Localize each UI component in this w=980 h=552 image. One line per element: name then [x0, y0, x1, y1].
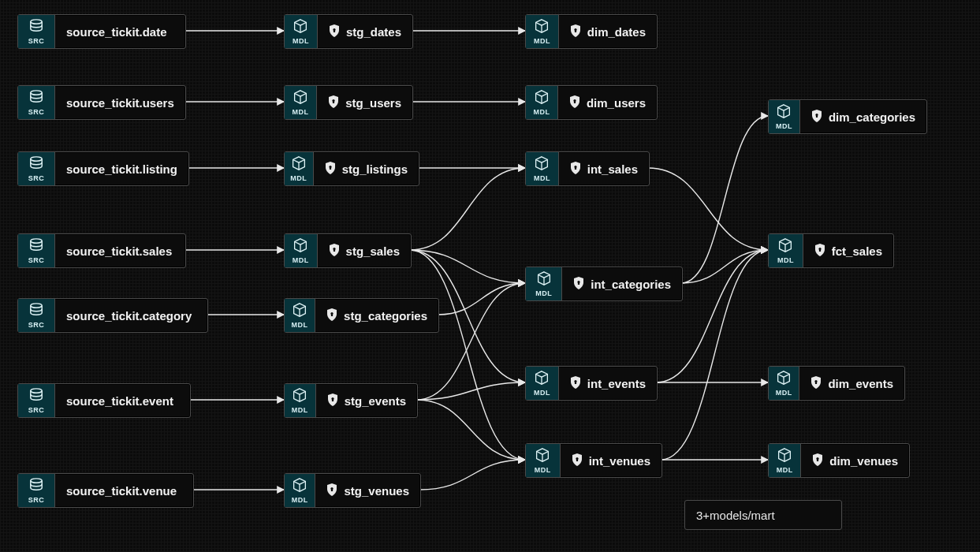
node-body: dim_events	[799, 376, 904, 391]
cube-icon	[533, 156, 550, 173]
node-body: int_venues	[561, 453, 661, 468]
node-dim_dates[interactable]: MDLdim_dates	[525, 14, 658, 49]
svg-rect-26	[575, 167, 576, 170]
status-note: 3+models/mart	[684, 500, 842, 530]
node-body: stg_dates	[318, 24, 412, 39]
shield-icon	[812, 453, 823, 468]
node-badge: MDL	[526, 15, 559, 48]
shield-icon	[814, 244, 825, 259]
cube-icon	[777, 238, 794, 255]
node-badge: SRC	[18, 152, 55, 185]
shield-icon	[326, 483, 337, 498]
node-src_listing[interactable]: SRCsource_tickit.listing	[17, 151, 189, 186]
node-label: stg_dates	[346, 25, 401, 39]
node-body: int_events	[559, 376, 657, 391]
node-src_date[interactable]: SRCsource_tickit.date	[17, 14, 186, 49]
svg-rect-12	[330, 167, 331, 170]
node-badge: MDL	[285, 234, 318, 267]
node-dim_venues[interactable]: MDLdim_venues	[768, 443, 910, 478]
node-stg_sales[interactable]: MDLstg_sales	[284, 233, 412, 268]
database-icon	[28, 19, 45, 36]
node-badge: MDL	[526, 444, 561, 477]
node-src_category[interactable]: SRCsource_tickit.category	[17, 298, 208, 333]
node-badge: MDL	[285, 474, 315, 507]
node-badge-label: MDL	[534, 389, 550, 397]
svg-rect-20	[331, 489, 333, 491]
database-icon	[28, 388, 45, 405]
node-badge-label: MDL	[776, 389, 792, 397]
node-label: int_venues	[589, 454, 650, 468]
node-body: dim_categories	[800, 110, 926, 125]
node-dim_categories[interactable]: MDLdim_categories	[768, 99, 927, 134]
node-body: stg_categories	[315, 308, 438, 323]
node-fct_sales[interactable]: MDLfct_sales	[768, 233, 894, 268]
svg-point-4	[31, 303, 42, 307]
database-icon	[28, 156, 45, 173]
node-badge: MDL	[285, 152, 314, 185]
node-stg_listings[interactable]: MDLstg_listings	[284, 151, 419, 186]
cube-icon	[533, 19, 550, 36]
svg-point-3	[31, 238, 42, 242]
cube-icon	[776, 448, 793, 465]
node-body: dim_users	[558, 95, 657, 110]
node-body: fct_sales	[803, 244, 893, 259]
svg-rect-30	[575, 382, 576, 384]
node-int_events[interactable]: MDLint_events	[525, 366, 658, 401]
node-badge: SRC	[18, 474, 55, 507]
database-icon	[28, 478, 45, 495]
node-int_sales[interactable]: MDLint_sales	[525, 151, 650, 186]
database-icon	[28, 238, 45, 255]
node-dim_events[interactable]: MDLdim_events	[768, 366, 905, 401]
cube-icon	[292, 238, 309, 255]
node-badge-label: SRC	[28, 174, 45, 182]
node-stg_venues[interactable]: MDLstg_venues	[284, 473, 421, 508]
svg-rect-22	[575, 30, 576, 32]
node-badge: SRC	[18, 384, 55, 417]
node-label: stg_listings	[342, 162, 408, 176]
node-body: source_tickit.listing	[55, 162, 188, 176]
node-src_users[interactable]: SRCsource_tickit.users	[17, 85, 186, 120]
node-stg_categories[interactable]: MDLstg_categories	[284, 298, 439, 333]
node-badge: MDL	[285, 86, 317, 119]
cube-icon	[292, 90, 309, 107]
shield-icon	[328, 95, 339, 110]
node-int_venues[interactable]: MDLint_venues	[525, 443, 662, 478]
node-dim_users[interactable]: MDLdim_users	[525, 85, 658, 120]
cube-icon	[291, 303, 308, 320]
node-src_sales[interactable]: SRCsource_tickit.sales	[17, 233, 186, 268]
node-label: source_tickit.listing	[66, 162, 177, 176]
node-stg_events[interactable]: MDLstg_events	[284, 383, 418, 418]
node-badge-label: SRC	[28, 108, 45, 116]
edge-int_categories-to-fct_sales	[681, 250, 768, 283]
node-badge-label: MDL	[777, 466, 793, 474]
node-stg_dates[interactable]: MDLstg_dates	[284, 14, 413, 49]
shield-icon	[327, 393, 338, 408]
node-body: dim_venues	[801, 453, 909, 468]
svg-point-0	[31, 19, 42, 23]
node-label: stg_sales	[346, 244, 400, 258]
node-badge: MDL	[526, 86, 558, 119]
svg-rect-38	[815, 382, 817, 384]
node-int_categories[interactable]: MDLint_categories	[525, 267, 683, 301]
edge-int_sales-to-fct_sales	[648, 168, 768, 250]
node-src_venue[interactable]: SRCsource_tickit.venue	[17, 473, 194, 508]
node-label: stg_users	[345, 96, 401, 110]
status-note-text: 3+models/mart	[696, 509, 775, 522]
cube-icon	[291, 478, 308, 495]
node-badge-label: MDL	[293, 37, 309, 45]
cube-icon	[775, 104, 792, 121]
edge-stg_categories-to-int_categories	[438, 283, 525, 315]
cube-icon	[535, 271, 553, 289]
node-src_event[interactable]: SRCsource_tickit.event	[17, 383, 191, 418]
node-badge: SRC	[18, 15, 55, 48]
svg-rect-28	[578, 282, 579, 285]
svg-point-2	[31, 156, 42, 160]
node-badge: MDL	[285, 15, 318, 48]
node-badge-label: MDL	[293, 108, 309, 116]
node-badge: SRC	[18, 234, 55, 267]
svg-point-5	[31, 388, 42, 392]
node-stg_users[interactable]: MDLstg_users	[284, 85, 413, 120]
svg-point-6	[31, 478, 42, 482]
shield-icon	[570, 162, 581, 177]
node-body: stg_listings	[314, 162, 419, 177]
